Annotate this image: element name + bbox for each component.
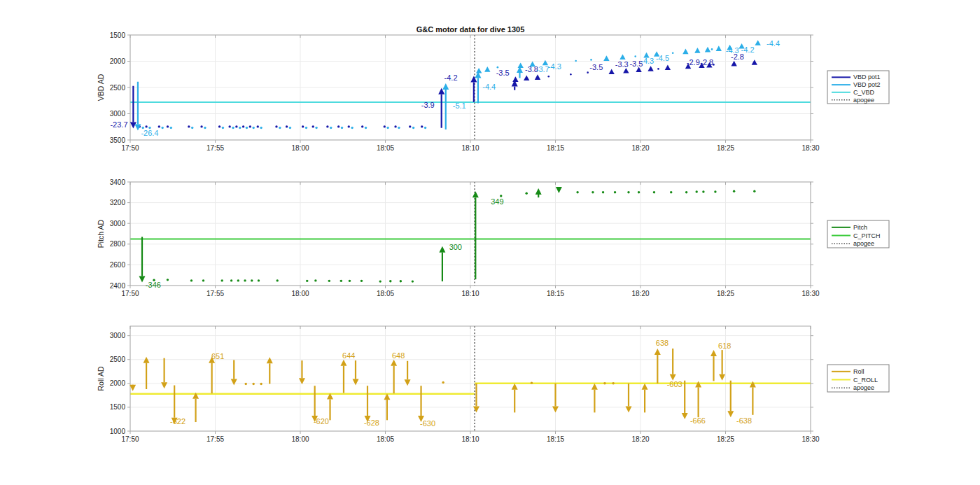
triangle-marker [755,40,760,45]
triangle-marker [517,62,523,68]
data-dot [202,279,204,281]
data-dot [592,191,594,193]
triangle-marker [603,55,609,61]
data-dot [235,125,237,127]
data-dot [328,280,330,282]
motor-arrow-head [536,188,542,195]
value-annotation: 648 [392,351,405,360]
data-dot [670,191,672,193]
data-dot [398,127,400,129]
value-annotation: -346 [146,281,161,289]
value-annotation: -26.4 [141,129,158,137]
motor-arrow-head [352,379,358,386]
motor-arrow-head [592,384,598,390]
value-annotation: -4.3 [640,57,654,65]
data-dot [400,280,402,282]
triangle-marker [608,69,614,74]
y-axis-label: Roll AD [97,366,105,391]
x-tick-label: 18:30 [802,290,819,297]
data-dot [612,382,614,384]
motor-arrow-head [642,384,648,390]
y-tick-label: 1500 [110,403,126,411]
legend-label: VBD pot2 [853,81,881,88]
y-tick-label: 1000 [110,428,126,435]
y-tick-label: 2400 [110,282,126,290]
data-dot [249,125,251,127]
data-dot [627,191,629,193]
triangle-marker [623,68,629,73]
value-annotation: -4.4 [482,83,496,91]
x-tick-label: 18:25 [717,144,734,152]
data-dot [424,127,426,129]
y-axis-label: VBD AD [97,73,105,101]
triangle-marker [648,66,653,71]
x-tick-label: 18:00 [291,290,309,297]
x-tick-label: 17:55 [206,290,224,297]
data-dot [603,382,606,384]
x-tick-label: 17:50 [121,144,139,152]
data-dot [421,125,423,127]
data-dot [360,280,363,282]
data-dot-small [587,71,589,73]
value-annotation: -3.3 [615,60,629,69]
data-dot [260,383,262,385]
data-dot [260,127,262,129]
data-dot [326,125,328,127]
value-annotation: -622 [170,417,186,426]
data-dot [349,280,351,282]
y-tick-label: 2800 [110,240,126,248]
data-dot [252,383,254,385]
motor-arrow-head [442,83,449,90]
data-dot [246,127,248,129]
motor-arrow-head [654,349,661,355]
value-annotation: -666 [690,416,706,425]
value-annotation: -4.3 [726,46,739,55]
data-dot [531,381,533,384]
data-dot [289,127,291,129]
data-dot [525,192,527,195]
value-annotation: -5.1 [453,101,466,110]
x-tick-label: 18:30 [802,144,819,152]
motor-arrow-head [473,406,479,412]
data-dot [306,280,308,282]
y-axis-label: Pitch AD [97,219,105,248]
data-dot [384,125,386,127]
value-annotation: -3.5 [589,63,603,71]
data-dot [302,125,304,127]
data-dot [340,280,342,282]
data-dot [314,279,316,281]
y-tick-label: 2600 [110,261,126,269]
data-dot [361,125,363,127]
data-dot [251,279,253,281]
data-dot-small [672,52,674,54]
triangle-marker [535,74,540,80]
motor-arrow-head [719,374,725,381]
data-dot [158,125,160,127]
data-dot [733,190,735,192]
motor-arrow-head [439,246,445,253]
data-dot [500,195,502,197]
value-annotation: -620 [314,417,329,426]
motor-arrow-head [139,276,146,283]
value-annotation: -3.5 [496,69,510,77]
value-annotation: -603 [667,380,682,388]
data-dot [237,279,239,281]
legend-pitch: PitchC_PITCHapogee [827,220,889,248]
x-tick-label: 18:05 [377,144,394,152]
panel-pitch: 17:5017:5518:0018:0518:1018:1518:2018:25… [97,178,820,298]
y-tick-label: 1500 [110,31,126,39]
value-annotation: 618 [718,342,731,350]
data-dot-small [547,76,550,78]
gc-motor-chart: 17:5017:5518:0018:0518:1018:1518:2018:25… [0,0,980,485]
data-dot [365,127,367,129]
value-annotation: -2.9 [687,58,700,66]
motor-arrow-head [512,384,518,390]
triangle-marker [665,64,671,70]
legend-label: C_ROLL [853,377,878,384]
data-dot [315,127,317,129]
value-annotation: -4.2 [444,73,458,82]
data-dot [230,279,232,281]
x-tick-label: 18:00 [291,435,309,443]
x-tick-label: 18:15 [547,144,564,152]
x-tick-label: 18:15 [547,290,564,297]
